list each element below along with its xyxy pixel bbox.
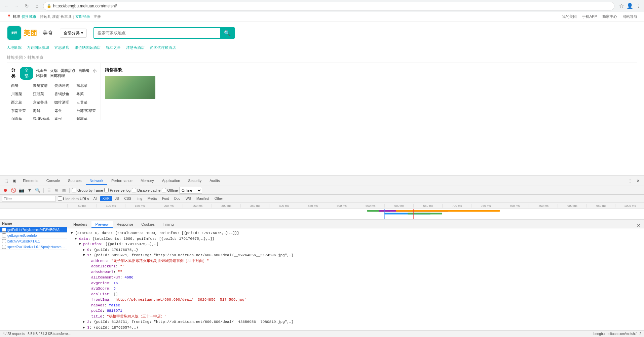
top-nav-left: 📍 蚌埠 切换城市 | 怀远县 淮南 长丰县 | 立即登录 注册 — [7, 14, 101, 19]
cat-item-dongbei[interactable]: 东北菜 — [76, 82, 97, 89]
cat-item-jucan[interactable]: 聚餐宴请 — [33, 82, 53, 89]
reload-button[interactable]: ↻ — [23, 2, 31, 10]
quick-link-2[interactable]: 宜思酒店 — [54, 45, 69, 50]
cat-item-tang[interactable]: 汤/粥/炖菜 — [33, 116, 53, 120]
guess-you-like-panel: 猜你喜欢 — [101, 63, 637, 120]
bookmark-button[interactable]: ☆ — [619, 3, 624, 9]
quick-links: 大地影院 万达国际影城 宜思酒店 维也纳国际酒店 锦江之星 洋慧头酒店 尚客优连… — [0, 44, 644, 53]
back-button[interactable]: ← — [3, 2, 11, 10]
nav-divider: | — [73, 15, 74, 19]
cat-item-dongnan[interactable]: 东南亚菜 — [11, 108, 32, 114]
guess-title: 猜你喜欢 — [105, 67, 633, 73]
cat-item-xican[interactable]: 西餐 — [11, 82, 32, 89]
chrome-right: ☆ 👤 ⋮ — [619, 3, 641, 9]
logo: 美团 美团 · 美食 — [7, 26, 53, 40]
address-bar[interactable]: 🔒 https://bengbu.meituan.com/meishi/ — [43, 2, 614, 10]
logo-text: 美团 — [24, 29, 37, 38]
forward-button[interactable]: → — [13, 2, 21, 10]
quick-link-0[interactable]: 大地影院 — [7, 45, 22, 50]
cat-item-jingcai[interactable]: 京菜鲁菜 — [33, 99, 53, 106]
category-label: 分类 — [11, 67, 17, 79]
logo-category: 美食 — [42, 30, 53, 37]
location-pin: 📍 — [7, 14, 11, 19]
category-dropdown-button[interactable]: 全部分类 ▾ — [60, 29, 86, 38]
food-area: 分类 全部 代金券 火锅 蛋糕甜点 自助餐 小吃快餐 日韩料理 西餐 聚餐宴请 … — [0, 63, 644, 120]
search-box: 🔍 — [93, 27, 235, 39]
category-grid: 西餐 聚餐宴请 烧烤烤肉 东北菜 川湘菜 江浙菜 香锅炒鱼 粤菜 西北菜 京菜鲁… — [11, 82, 97, 120]
browser-chrome: ← → ↻ ⌂ 🔒 https://bengbu.meituan.com/mei… — [0, 0, 644, 12]
cat-item-haofan[interactable]: 豪饭 — [54, 116, 75, 120]
logo-dot: · — [39, 30, 40, 36]
logo-icon: 美团 — [7, 26, 22, 40]
quick-link-1[interactable]: 万达国际影城 — [27, 45, 49, 50]
current-city: 蚌埠 — [13, 14, 20, 19]
city-divider: | — [38, 15, 39, 19]
login-link[interactable]: 立即登录 — [75, 14, 90, 19]
cat-item-shaokao[interactable]: 烧烤烤肉 — [54, 82, 75, 89]
category-header: 分类 全部 代金券 火锅 蛋糕甜点 自助餐 小吃快餐 日韩料理 — [11, 67, 97, 80]
quick-link-3[interactable]: 维也纳国际酒店 — [75, 45, 101, 50]
home-button[interactable]: ⌂ — [33, 2, 41, 10]
breadcrumb: 蚌埠美团 > 蚌埠美食 — [0, 53, 644, 63]
top-nav-right: 我的美团 手机APP 商家中心 网站导航 — [562, 14, 637, 19]
cat-item-jiangzhe[interactable]: 江浙菜 — [33, 91, 53, 97]
menu-button[interactable]: ⋮ — [636, 3, 641, 9]
quick-link-4[interactable]: 锦江之星 — [106, 45, 121, 50]
mobile-app-link[interactable]: 手机APP — [582, 14, 597, 19]
main-header: 美团 美团 · 美食 全部分类 ▾ 🔍 — [0, 22, 644, 44]
search-button[interactable]: 🔍 — [220, 27, 235, 39]
search-input[interactable] — [93, 27, 220, 39]
quick-link-6[interactable]: 尚客优连锁酒店 — [150, 45, 176, 50]
all-category-button[interactable]: 全部 — [20, 67, 33, 80]
quick-link-5[interactable]: 洋慧头酒店 — [126, 45, 145, 50]
guess-image — [105, 76, 155, 99]
cat-item-haixian[interactable]: 海鲜 — [33, 108, 53, 114]
merchant-center-link[interactable]: 商家中心 — [602, 14, 617, 19]
switch-city[interactable]: 切换城市 — [22, 14, 36, 19]
cat-item-chuangyi[interactable]: 创意菜 — [11, 116, 32, 120]
url-text: https://bengbu.meituan.com/meishi/ — [53, 4, 117, 8]
cat-item-xinjiang[interactable]: 新疆菜 — [76, 116, 97, 120]
user-button[interactable]: 👤 — [627, 3, 633, 9]
category-sub-items: 代金券 火锅 蛋糕甜点 自助餐 小吃快餐 日韩料理 — [36, 68, 97, 78]
cat-item-chuanxiang[interactable]: 川湘菜 — [11, 91, 32, 97]
my-meituan-link[interactable]: 我的美团 — [562, 14, 577, 19]
register-link[interactable]: 注册 — [93, 14, 101, 19]
categories-panel: 分类 全部 代金券 火锅 蛋糕甜点 自助餐 小吃快餐 日韩料理 西餐 聚餐宴请 … — [7, 63, 101, 120]
cat-item-yungui[interactable]: 云贵菜 — [76, 99, 97, 106]
lock-icon: 🔒 — [47, 4, 51, 8]
cat-item-xibei[interactable]: 西北菜 — [11, 99, 32, 106]
page-content: 📍 蚌埠 切换城市 | 怀远县 淮南 长丰县 | 立即登录 注册 我的美团 手机… — [0, 12, 644, 120]
top-nav: 📍 蚌埠 切换城市 | 怀远县 淮南 长丰县 | 立即登录 注册 我的美团 手机… — [0, 12, 644, 22]
cat-item-yuecai[interactable]: 粤菜 — [76, 91, 97, 97]
nearby-cities: 怀远县 淮南 长丰县 — [40, 14, 72, 19]
cat-item-xianguo[interactable]: 香锅炒鱼 — [54, 91, 75, 97]
site-nav-link[interactable]: 网站导航 — [622, 14, 637, 19]
cat-item-kafei[interactable]: 咖啡酒吧 — [54, 99, 75, 106]
cat-item-taiwan[interactable]: 台湾/客家菜 — [76, 108, 97, 114]
cat-item-sushi[interactable]: 素食 — [54, 108, 75, 114]
